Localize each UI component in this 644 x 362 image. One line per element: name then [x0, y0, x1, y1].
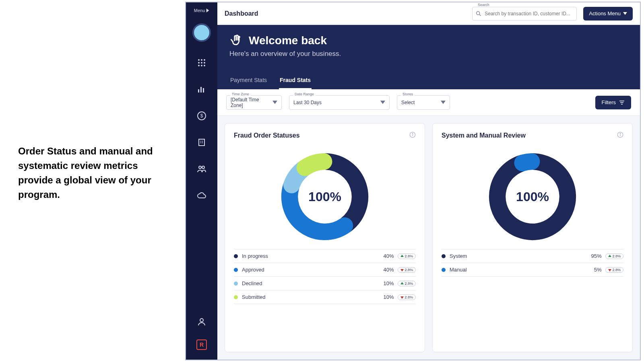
legend-dot — [442, 254, 446, 258]
legend-dot — [234, 254, 238, 258]
users-icon[interactable] — [197, 164, 206, 175]
delta-pill: 2.8% — [398, 253, 416, 259]
date-range-field[interactable]: Date Range Last 30 Days — [289, 95, 390, 110]
svg-point-4 — [201, 62, 202, 64]
sidebar-bottom: R — [196, 317, 207, 350]
donut-center-value: 100% — [308, 189, 341, 204]
filters-button-label: Filters — [602, 99, 616, 105]
svg-line-23 — [479, 14, 481, 16]
svg-text:$: $ — [200, 113, 203, 119]
svg-rect-11 — [203, 88, 204, 93]
legend-value: 40% — [375, 267, 394, 273]
legend-item: Manual5% 2.8% — [442, 263, 623, 277]
legend-value: 10% — [375, 294, 394, 300]
donut-center-value: 100% — [516, 189, 549, 204]
slide-caption: Order Status and manual and systematic r… — [18, 144, 175, 202]
donut-chart-review: 100% — [442, 144, 623, 249]
legend-value: 5% — [583, 267, 601, 273]
logo-icon[interactable]: R — [196, 339, 207, 350]
legend-name: In progress — [242, 253, 375, 259]
legend-item: Submitted10% 2.8% — [234, 290, 416, 304]
svg-point-2 — [204, 59, 205, 61]
hero-banner: Welcome back Here's an overview of your … — [217, 25, 640, 89]
svg-point-6 — [198, 65, 200, 66]
menu-label: Menu — [194, 8, 205, 13]
legend-name: Submitted — [242, 294, 375, 300]
svg-point-29 — [412, 133, 413, 134]
building-icon[interactable] — [197, 138, 206, 148]
svg-point-7 — [201, 65, 202, 66]
legend-item: Approved40% 2.8% — [234, 263, 416, 277]
legend-dot — [234, 295, 238, 299]
wave-icon — [229, 34, 243, 47]
time-zone-label: Time Zone — [230, 92, 251, 96]
svg-point-0 — [198, 59, 200, 61]
legend-item: Declined10% 2.8% — [234, 277, 416, 290]
card-title: System and Manual Review — [442, 132, 526, 139]
delta-pill: 2.8% — [398, 267, 416, 273]
chevron-down-icon — [441, 100, 446, 105]
profile-icon[interactable] — [197, 317, 206, 327]
legend-dot — [234, 282, 238, 286]
legend-dot — [234, 268, 238, 272]
legend-review: System95% 2.8%Manual5% 2.8% — [442, 249, 623, 277]
actions-menu-button[interactable]: Actions Menu — [583, 7, 633, 21]
time-zone-field[interactable]: Time Zone [Default Time Zone] — [226, 95, 282, 110]
legend-value: 40% — [375, 253, 394, 259]
tab-payment-stats[interactable]: Payment Stats — [229, 72, 268, 89]
card-fraud-status: Fraud Order Statuses 100% In progress40%… — [225, 123, 425, 352]
legend-value: 10% — [375, 280, 394, 286]
search-field[interactable]: Search — [472, 7, 577, 21]
svg-rect-17 — [200, 142, 201, 143]
app-frame: Menu $ — [185, 2, 641, 360]
cloud-icon[interactable] — [197, 191, 206, 201]
menu-toggle[interactable]: Menu — [194, 8, 210, 13]
legend-name: Approved — [242, 267, 375, 273]
search-label: Search — [476, 3, 491, 7]
svg-point-8 — [204, 65, 205, 66]
content-area: Fraud Order Statuses 100% In progress40%… — [217, 116, 640, 360]
svg-point-5 — [204, 62, 205, 64]
filter-bar: Time Zone [Default Time Zone] Date Range… — [217, 89, 640, 116]
info-icon[interactable] — [617, 132, 623, 140]
nav-icons: $ — [197, 58, 206, 201]
chevron-right-icon — [206, 8, 209, 12]
tab-fraud-stats[interactable]: Fraud Stats — [279, 72, 312, 89]
welcome-title: Welcome back — [249, 34, 327, 47]
svg-point-32 — [620, 133, 620, 134]
hero-tabs: Payment Stats Fraud Stats — [229, 72, 312, 89]
chevron-down-icon — [380, 100, 385, 105]
legend-name: Manual — [450, 267, 583, 273]
date-range-value: Last 30 Days — [293, 100, 322, 105]
search-input[interactable] — [472, 7, 577, 21]
svg-point-19 — [199, 166, 201, 169]
apps-icon[interactable] — [197, 58, 206, 68]
welcome-subtitle: Here's an overview of your business. — [229, 50, 628, 58]
topbar: Dashboard Search Actions Menu — [217, 2, 640, 25]
chart-bar-icon[interactable] — [197, 84, 206, 95]
legend-name: Declined — [242, 280, 375, 286]
svg-rect-9 — [198, 89, 199, 93]
svg-rect-18 — [202, 142, 203, 143]
dollar-icon[interactable]: $ — [197, 111, 206, 121]
legend-fraud: In progress40% 2.8%Approved40% 2.8%Decli… — [234, 249, 416, 304]
delta-pill: 2.8% — [398, 281, 416, 286]
donut-chart-fraud: 100% — [234, 144, 416, 249]
search-icon — [475, 10, 482, 17]
legend-dot — [442, 268, 446, 272]
avatar[interactable] — [192, 23, 211, 42]
svg-point-22 — [477, 11, 480, 14]
sidebar: Menu $ — [186, 2, 217, 360]
legend-item: System95% 2.8% — [442, 249, 623, 263]
info-icon[interactable] — [409, 132, 416, 140]
filters-button[interactable]: Filters — [595, 96, 631, 109]
legend-name: System — [450, 253, 583, 259]
logo-letter: R — [200, 341, 204, 348]
stores-field[interactable]: Stores Select — [397, 95, 450, 110]
svg-rect-14 — [199, 139, 204, 146]
filter-icon — [619, 100, 625, 105]
time-zone-value: [Default Time Zone] — [231, 97, 272, 108]
svg-rect-16 — [202, 141, 203, 142]
svg-point-21 — [200, 319, 203, 322]
svg-rect-15 — [200, 141, 201, 142]
